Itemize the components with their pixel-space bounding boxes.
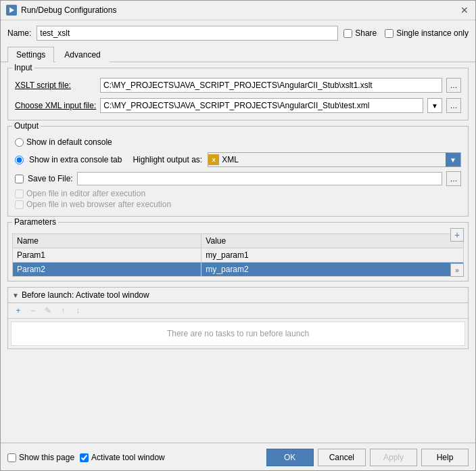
radio2-label: Show in extra console tab [29, 155, 122, 164]
save-file-row: Save to File: … [15, 171, 461, 186]
before-launch-toolbar: + − ✎ ↑ ↓ [8, 303, 468, 319]
dialog-buttons: OK Cancel Apply Help [266, 449, 469, 466]
single-instance-label: Single instance only [396, 28, 469, 38]
name-input[interactable] [37, 26, 338, 41]
col-name-header: Name [13, 234, 201, 248]
xml-label: Choose XML input file: [15, 101, 96, 110]
input-section-title: Input [12, 63, 34, 72]
open-editor-row: Open file in editor after execution [15, 189, 461, 198]
radio-default-console[interactable] [15, 138, 24, 147]
save-file-checkbox[interactable] [15, 175, 24, 183]
title-bar-left: Run/Debug Configurations [6, 5, 116, 16]
tabs: Settings Advanced [1, 46, 475, 62]
title-bar: Run/Debug Configurations ✕ [1, 1, 475, 20]
params-more-button[interactable]: » [450, 263, 464, 277]
radio2-row: Show in extra console tab Highlight outp… [15, 152, 461, 167]
show-page-row: Show this page [7, 453, 74, 462]
open-editor-checkbox[interactable] [15, 189, 24, 198]
add-task-button[interactable]: + [12, 305, 24, 317]
col-value-header: Value [201, 234, 464, 248]
output-section: Output Show in default console Show in e… [7, 126, 469, 217]
params-add-button[interactable]: + [450, 228, 464, 242]
highlight-value: XML [222, 155, 239, 164]
before-launch-section: ▼ Before launch: Activate tool window + … [7, 287, 469, 349]
xslt-browse-button[interactable]: … [446, 78, 461, 93]
xml-dropdown-button[interactable]: ▼ [427, 98, 442, 113]
share-label: Share [355, 28, 377, 38]
open-browser-checkbox[interactable] [15, 200, 24, 209]
dialog-title: Run/Debug Configurations [21, 5, 116, 15]
activate-tool-checkbox[interactable] [80, 453, 89, 462]
tab-settings[interactable]: Settings [7, 47, 54, 62]
param1-value: my_param1 [201, 248, 464, 263]
save-file-label: Save to File: [28, 174, 73, 183]
single-instance-row: Single instance only [385, 28, 469, 38]
apply-button[interactable]: Apply [370, 449, 417, 466]
bottom-row: Show this page Activate tool window OK C… [1, 445, 475, 470]
output-section-title: Output [12, 121, 41, 131]
radio1-row: Show in default console [15, 137, 461, 147]
collapse-arrow-icon[interactable]: ▼ [12, 292, 19, 299]
save-file-input[interactable] [77, 172, 442, 185]
param2-value: my_param2 [201, 263, 464, 277]
xml-field-row: Choose XML input file: ▼ … [15, 98, 461, 113]
before-launch-title: Before launch: Activate tool window [22, 290, 149, 300]
highlight-select: X XML ▼ [208, 152, 461, 167]
open-browser-label: Open file in web browser after execution [26, 200, 171, 209]
save-file-browse[interactable]: … [446, 171, 461, 186]
activate-tool-row: Activate tool window [80, 453, 165, 462]
table-row[interactable]: Param2 my_param2 [13, 263, 464, 277]
param1-name: Param1 [13, 248, 201, 263]
params-table: Name Value Param1 my_param1 Param2 my_pa… [12, 233, 464, 277]
xml-icon: X [208, 154, 219, 165]
before-launch-empty: There are no tasks to run before launch [11, 321, 465, 346]
ok-button[interactable]: OK [266, 449, 314, 466]
radio1-label: Show in default console [26, 137, 112, 147]
show-page-checkbox[interactable] [7, 453, 16, 462]
highlight-label: Highlight output as: [133, 155, 202, 164]
remove-task-button[interactable]: − [27, 305, 39, 317]
tab-content: Input XSLT script file: … Choose XML inp… [1, 62, 475, 443]
run-debug-dialog: Run/Debug Configurations ✕ Name: Share S… [0, 0, 476, 471]
radio-extra-console[interactable] [15, 156, 24, 164]
table-row[interactable]: Param1 my_param1 [13, 248, 464, 263]
up-task-button[interactable]: ↑ [57, 305, 69, 317]
before-launch-header: ▼ Before launch: Activate tool window [8, 288, 468, 303]
footer-divider [1, 443, 475, 443]
name-row-right: Share Single instance only [343, 28, 469, 38]
params-table-wrapper: Name Value Param1 my_param1 Param2 my_pa… [8, 223, 468, 281]
name-row: Name: Share Single instance only [1, 20, 475, 46]
xml-browse-button[interactable]: … [446, 98, 461, 113]
activate-tool-label: Activate tool window [91, 453, 165, 462]
input-section: Input XSLT script file: … Choose XML inp… [7, 68, 469, 120]
show-page-label: Show this page [19, 453, 74, 462]
run-icon [6, 5, 17, 16]
tab-advanced[interactable]: Advanced [55, 47, 109, 62]
parameters-section: Parameters Name Value Param1 my_param1 [7, 222, 469, 282]
xslt-input[interactable] [100, 78, 442, 93]
xslt-label: XSLT script file: [15, 81, 96, 90]
edit-task-button[interactable]: ✎ [42, 305, 54, 317]
close-button[interactable]: ✕ [459, 5, 470, 16]
highlight-dropdown-arrow[interactable]: ▼ [446, 153, 460, 166]
name-label: Name: [7, 28, 31, 38]
share-checkbox[interactable] [343, 29, 352, 38]
down-task-button[interactable]: ↓ [72, 305, 84, 317]
single-instance-checkbox[interactable] [385, 29, 394, 38]
xml-input[interactable] [100, 98, 423, 113]
help-button[interactable]: Help [421, 449, 469, 466]
share-checkbox-row: Share [343, 28, 377, 38]
open-editor-label: Open file in editor after execution [26, 189, 145, 198]
param2-name: Param2 [13, 263, 201, 277]
xslt-field-row: XSLT script file: … [15, 78, 461, 93]
cancel-button[interactable]: Cancel [318, 449, 366, 466]
params-header-row: Name Value [13, 234, 464, 248]
open-browser-row: Open file in web browser after execution [15, 200, 461, 209]
